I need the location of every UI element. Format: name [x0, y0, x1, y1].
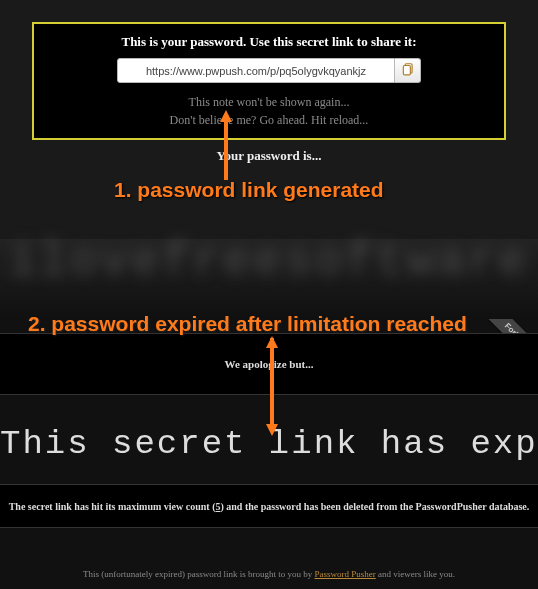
svg-rect-1	[403, 65, 410, 74]
highlight-box: This is your password. Use this secret l…	[32, 22, 506, 140]
maxview-bar: The secret link has hit its maximum view…	[0, 484, 538, 528]
brought-by: This (unfortunately expired) password li…	[0, 569, 538, 579]
svg-marker-7	[266, 336, 278, 348]
annotation-arrow-up-icon	[216, 110, 236, 182]
password-pusher-link[interactable]: Password Pusher	[314, 569, 375, 579]
copy-button[interactable]	[395, 58, 421, 83]
annotation-arrow-down-icon	[262, 336, 282, 436]
blurred-password: ilovefreesoftware	[0, 236, 538, 288]
your-password-label: Your password is...	[0, 148, 538, 164]
maxview-text: The secret link has hit its maximum view…	[9, 501, 530, 512]
one-time-note: This note won't be shown again... Don't …	[34, 93, 504, 129]
share-headline: This is your password. Use this secret l…	[34, 34, 504, 50]
clipboard-icon	[401, 62, 415, 80]
panel-password-generated: This is your password. Use this secret l…	[0, 0, 538, 319]
annotation-step2: 2. password expired after limitation rea…	[28, 312, 467, 336]
svg-marker-6	[266, 424, 278, 436]
annotation-step1: 1. password link generated	[114, 178, 384, 202]
svg-marker-4	[220, 110, 232, 122]
url-row	[34, 58, 504, 83]
secret-link-input[interactable]	[117, 58, 395, 83]
